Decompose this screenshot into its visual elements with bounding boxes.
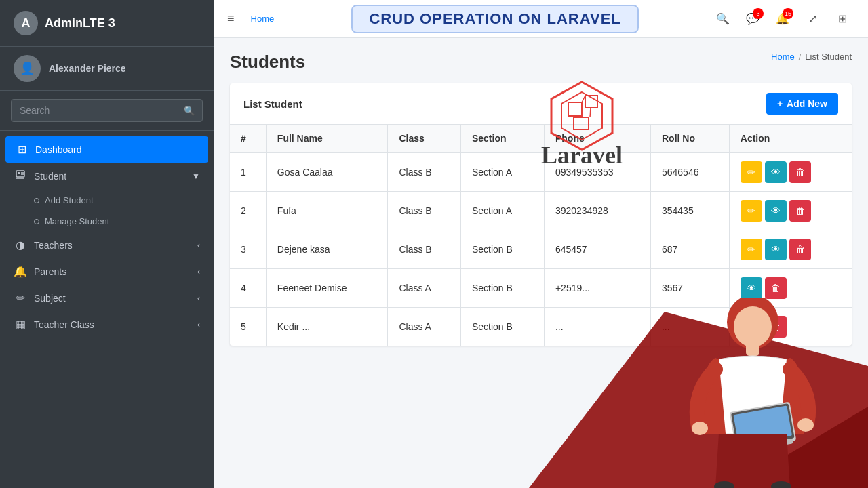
svg-point-27 bbox=[771, 481, 791, 488]
col-header-class: Class bbox=[388, 125, 461, 152]
edit-button[interactable]: ✏ bbox=[741, 200, 762, 222]
subject-label: Subject bbox=[34, 293, 191, 304]
topbar-expand-button[interactable]: ⤢ bbox=[800, 7, 825, 31]
dashboard-icon: ⊞ bbox=[15, 143, 28, 156]
delete-button[interactable]: 🗑 bbox=[789, 239, 811, 260]
svg-point-26 bbox=[714, 481, 734, 488]
cell-action: ✏ 👁 🗑 bbox=[729, 152, 852, 192]
svg-rect-1 bbox=[18, 172, 20, 174]
sidebar-item-add-student[interactable]: Add Student bbox=[0, 190, 214, 211]
cell-roll: 3567 bbox=[650, 269, 729, 308]
svg-marker-15 bbox=[529, 407, 868, 488]
view-button[interactable]: 👁 bbox=[765, 161, 787, 183]
teachers-arrow: ‹ bbox=[197, 241, 200, 250]
teacher-class-label: Teacher Class bbox=[34, 319, 191, 330]
table-row: 1 Gosa Caalaa Class B Section A 09349535… bbox=[230, 152, 852, 192]
sidebar-item-parents[interactable]: 🔔 Parents ‹ bbox=[0, 258, 214, 285]
table-row: 3 Dejene kasa Class B Section B 645457 6… bbox=[230, 230, 852, 269]
view-button[interactable]: 👁 bbox=[741, 277, 762, 299]
search-wrapper: 🔍 bbox=[11, 99, 203, 122]
student-arrow: ▼ bbox=[192, 171, 200, 181]
sidebar-user: 👤 Alexander Pierce bbox=[0, 47, 214, 91]
col-header-action: Action bbox=[729, 125, 852, 152]
topbar-notifications-button[interactable]: 🔔 15 bbox=[770, 7, 795, 31]
cell-section: Section B bbox=[460, 308, 544, 346]
cell-section: Section A bbox=[460, 192, 544, 230]
action-buttons: ✏ 👁 🗑 bbox=[741, 200, 841, 222]
plus-icon: + bbox=[777, 98, 783, 109]
sidebar-item-teacher-class[interactable]: ▦ Teacher Class ‹ bbox=[0, 311, 214, 338]
cell-phone: 645457 bbox=[544, 230, 650, 269]
cell-id: 2 bbox=[230, 192, 266, 230]
cell-roll: 5646546 bbox=[650, 152, 729, 192]
page-content: Students Home / List Student List Studen… bbox=[214, 38, 868, 488]
topbar-banner: CRUD OPERATION ON LARAVEL bbox=[290, 5, 700, 33]
col-header-id: # bbox=[230, 125, 266, 152]
topbar-search-icon: 🔍 bbox=[716, 12, 730, 25]
sidebar-item-manage-student[interactable]: Manage Student bbox=[0, 211, 214, 232]
menu-toggle-button[interactable]: ≡ bbox=[227, 12, 235, 26]
edit-button[interactable]: ✏ bbox=[741, 239, 762, 260]
svg-rect-25 bbox=[726, 438, 793, 455]
sidebar-item-subject[interactable]: ✏ Subject ‹ bbox=[0, 285, 214, 311]
student-icon bbox=[14, 169, 27, 183]
table-row: 5 Kedir ... Class A Section B ... ... 👁 … bbox=[230, 308, 852, 346]
search-button[interactable]: 🔍 bbox=[177, 100, 202, 121]
search-input[interactable] bbox=[12, 100, 177, 121]
breadcrumb-home[interactable]: Home bbox=[771, 52, 795, 62]
sidebar-item-label: Dashboard bbox=[35, 144, 199, 155]
cell-id: 4 bbox=[230, 269, 266, 308]
sidebar-search: 🔍 bbox=[0, 91, 214, 131]
notifications-badge: 15 bbox=[783, 8, 793, 19]
svg-rect-22 bbox=[730, 402, 797, 451]
sidebar-nav: ⊞ Dashboard Student ▼ Add Student Man bbox=[0, 131, 214, 488]
table-header-row: # Full Name Class Section Phone Roll No … bbox=[230, 125, 852, 152]
delete-button[interactable]: 🗑 bbox=[765, 277, 787, 299]
add-new-button[interactable]: + Add New bbox=[766, 93, 838, 115]
view-button[interactable]: 👁 bbox=[741, 316, 762, 338]
delete-button[interactable]: 🗑 bbox=[765, 316, 787, 338]
delete-button[interactable]: 🗑 bbox=[789, 161, 811, 183]
cell-id: 3 bbox=[230, 230, 266, 269]
card-title: List Student bbox=[243, 98, 302, 110]
manage-student-label: Manage Student bbox=[45, 216, 109, 226]
brand-name: AdminLTE 3 bbox=[45, 16, 115, 30]
teachers-icon: ◑ bbox=[14, 239, 27, 251]
card-header: List Student + Add New bbox=[230, 83, 852, 125]
breadcrumb: Home / List Student bbox=[771, 52, 852, 62]
svg-point-21 bbox=[797, 418, 814, 432]
subject-icon: ✏ bbox=[14, 291, 27, 304]
breadcrumb-separator: / bbox=[799, 52, 802, 62]
sidebar-item-dashboard[interactable]: ⊞ Dashboard bbox=[5, 136, 208, 163]
home-nav-button[interactable]: Home bbox=[245, 11, 280, 26]
topbar-grid-button[interactable]: ⊞ bbox=[830, 7, 854, 31]
teacher-class-icon: ▦ bbox=[14, 318, 27, 331]
topbar-icons: 🔍 💬 3 🔔 15 ⤢ ⊞ bbox=[711, 7, 854, 31]
grid-icon: ⊞ bbox=[838, 12, 847, 25]
parents-arrow: ‹ bbox=[197, 267, 200, 277]
cell-class: Class B bbox=[388, 152, 461, 192]
cell-class: Class A bbox=[388, 308, 461, 346]
cell-phone: 09349535353 bbox=[544, 152, 650, 192]
edit-button[interactable]: ✏ bbox=[741, 161, 762, 183]
table-row: 2 Fufa Class B Section A 3920234928 3544… bbox=[230, 192, 852, 230]
view-button[interactable]: 👁 bbox=[765, 200, 787, 222]
view-button[interactable]: 👁 bbox=[765, 239, 787, 260]
sub-dot-icon bbox=[34, 219, 39, 224]
topbar-messages-button[interactable]: 💬 3 bbox=[741, 7, 765, 31]
subject-arrow: ‹ bbox=[197, 293, 200, 303]
col-header-roll: Roll No bbox=[650, 125, 729, 152]
cell-section: Section B bbox=[460, 269, 544, 308]
delete-button[interactable]: 🗑 bbox=[789, 200, 811, 222]
topbar-search-button[interactable]: 🔍 bbox=[711, 7, 735, 31]
cell-action: 👁 🗑 bbox=[729, 308, 852, 346]
cell-class: Class A bbox=[388, 269, 461, 308]
page-header: Students Home / List Student bbox=[230, 52, 852, 73]
cell-roll: 354435 bbox=[650, 192, 729, 230]
add-student-label: Add Student bbox=[45, 195, 94, 205]
cell-section: Section B bbox=[460, 230, 544, 269]
svg-rect-23 bbox=[731, 403, 795, 448]
sidebar-item-teachers[interactable]: ◑ Teachers ‹ bbox=[0, 232, 214, 258]
sidebar-item-student[interactable]: Student ▼ bbox=[0, 163, 214, 190]
messages-badge: 3 bbox=[753, 8, 764, 19]
